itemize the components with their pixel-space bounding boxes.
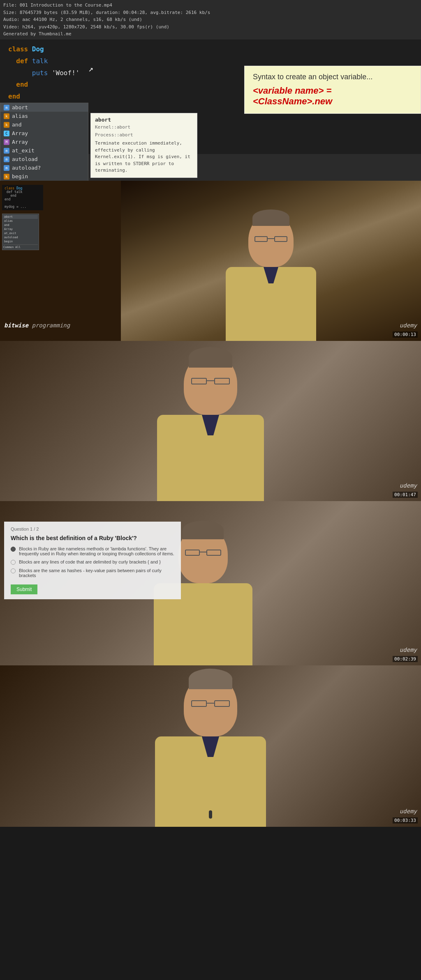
autocomplete-label-and: and (12, 122, 21, 128)
quiz-option-1[interactable]: Blocks in Ruby are like nameless methods… (11, 546, 174, 556)
code-line-1: class Dog (8, 44, 413, 55)
autocomplete-item-begin[interactable]: k begin (0, 172, 88, 181)
quiz-radio-3[interactable] (11, 568, 16, 573)
mini-autocomplete: abort alias and Array at_exit autoload b… (2, 214, 39, 250)
torso-shape-2 (157, 415, 264, 501)
module-icon: M (4, 139, 9, 145)
tooltip-sub-process: Process::abort (95, 132, 193, 138)
syntax-hint-formula: <variable name> = <ClassName>.new (253, 85, 412, 107)
autocomplete-tooltip: abort Kernel::abort Process::abort Termi… (90, 113, 197, 178)
autocomplete-label-begin: begin (12, 173, 28, 179)
video-section-2: udemy 00:01:47 (0, 341, 421, 501)
hair-3 (183, 521, 224, 539)
right-lens (274, 236, 287, 242)
timestamp-1: 00:00:13 (393, 331, 418, 338)
mini-row-abort: abort (3, 215, 38, 219)
timestamp-4: 00:03:33 (393, 817, 418, 824)
autocomplete-item-array2[interactable]: M Array (0, 138, 88, 146)
quiz-option-label-3: Blocks are the same as hashes - key-valu… (19, 568, 174, 578)
keyword-icon: k (4, 122, 9, 128)
preview-line6: mydog = ... (5, 205, 41, 209)
file-info-line1: File: 001 Introduction to the Course.mp4 (3, 2, 418, 9)
quiz-option-label-2: Blocks are any lines of code that are de… (19, 559, 161, 564)
file-info-line2: Size: 87645739 bytes (83.59 MiB), durati… (3, 9, 418, 16)
udemy-watermark-3: udemy (400, 646, 417, 653)
quiz-panel[interactable]: Question 1 / 2 Which is the best definit… (4, 522, 181, 599)
mini-tabs: Common All (3, 244, 38, 249)
file-info-line3: Audio: aac 44100 Hz, 2 channels, s16, 68… (3, 16, 418, 23)
quiz-radio-1[interactable] (11, 547, 16, 552)
keyword-icon: k (4, 113, 9, 119)
autocomplete-label-abort: abort (12, 104, 28, 110)
glasses-2 (191, 378, 230, 385)
video-section-3-quiz: Question 1 / 2 Which is the best definit… (0, 501, 421, 665)
mini-row-autoload: autoload (3, 235, 38, 239)
autocomplete-label-array1: Array (12, 130, 28, 136)
preview-line3: end (5, 194, 41, 198)
collar-2 (196, 415, 225, 435)
head-shape-4 (184, 675, 237, 736)
left-lens-4 (191, 700, 207, 707)
file-info-panel: File: 001 Introduction to the Course.mp4… (0, 0, 421, 39)
mini-row-at-exit: at_exit (3, 231, 38, 235)
autocomplete-item-autoload-q[interactable]: m autoload? (0, 163, 88, 172)
tooltip-sub-kernel: Kernel::abort (95, 124, 193, 130)
quiz-option-2[interactable]: Blocks are any lines of code that are de… (11, 559, 174, 565)
left-lens-2 (191, 378, 207, 384)
mini-row-alias: alias (3, 219, 38, 223)
hair (252, 209, 289, 226)
mini-tab-common: Common (3, 246, 14, 249)
udemy-watermark-1: udemy (400, 322, 417, 329)
head-shape-2 (184, 353, 237, 415)
quiz-radio-2[interactable] (11, 560, 16, 565)
method-icon: m (4, 105, 9, 110)
autocomplete-dropdown[interactable]: m abort k alias k and C Array M Array m … (0, 103, 88, 181)
right-lens-2 (214, 378, 230, 384)
preview-line1: class Dog (5, 186, 41, 190)
autocomplete-label-at-exit: at_exit (12, 147, 35, 154)
syntax-hint-title: Syntax to create an object variable... (253, 73, 412, 81)
collar-4 (196, 736, 225, 757)
autocomplete-item-alias[interactable]: k alias (0, 112, 88, 120)
autocomplete-item-and[interactable]: k and (0, 120, 88, 129)
syntax-hint-box: Syntax to create an object variable... <… (244, 66, 421, 114)
preview-line4: end (5, 198, 41, 201)
hair-4 (189, 669, 232, 689)
autocomplete-item-abort[interactable]: m abort (0, 103, 88, 112)
mini-row-array: Array (3, 227, 38, 231)
nose-bridge (268, 238, 274, 239)
quiz-option-label-1: Blocks in Ruby are like nameless methods… (19, 546, 174, 556)
cursor-arrow: ↗ (88, 64, 93, 74)
autocomplete-item-array1[interactable]: C Array (0, 129, 88, 138)
quiz-submit-button[interactable]: Submit (11, 584, 37, 594)
left-lens (254, 236, 268, 242)
autocomplete-item-autoload[interactable]: m autoload (0, 155, 88, 163)
glasses (254, 236, 287, 242)
quiz-question-text: Which is the best definition of a Ruby '… (11, 535, 174, 541)
torso-shape-4 (155, 736, 266, 827)
hair-2 (189, 347, 232, 368)
video-section-1: class Dog def talk end end mydog = ... a… (0, 181, 421, 341)
bitwise-text: bitwise (4, 322, 28, 329)
code-editor-section: File: 001 Introduction to the Course.mp4… (0, 0, 421, 181)
nose-bridge-4 (207, 703, 214, 704)
nose-bridge-3 (200, 552, 206, 552)
tooltip-description: Terminate execution immediately, effecti… (95, 140, 193, 174)
nose-bridge-2 (207, 380, 214, 381)
method-icon: m (4, 156, 9, 162)
mini-row-begin: begin (3, 239, 38, 244)
mini-row-and: and (3, 223, 38, 227)
programming-text: programming (32, 322, 70, 329)
preview-line5 (5, 201, 41, 205)
person-silhouette-4 (124, 675, 297, 827)
collar (259, 267, 283, 283)
right-lens-3 (206, 550, 221, 556)
class-icon: C (4, 131, 9, 136)
code-preview-overlay: class Dog def talk end end mydog = ... (2, 185, 43, 210)
autocomplete-label-autoload-q: autoload? (12, 165, 41, 171)
quiz-option-3[interactable]: Blocks are the same as hashes - key-valu… (11, 568, 174, 578)
glasses-4 (191, 700, 230, 708)
left-lens-3 (185, 550, 200, 556)
method-icon: m (4, 165, 9, 171)
autocomplete-item-at-exit[interactable]: m at_exit (0, 146, 88, 155)
